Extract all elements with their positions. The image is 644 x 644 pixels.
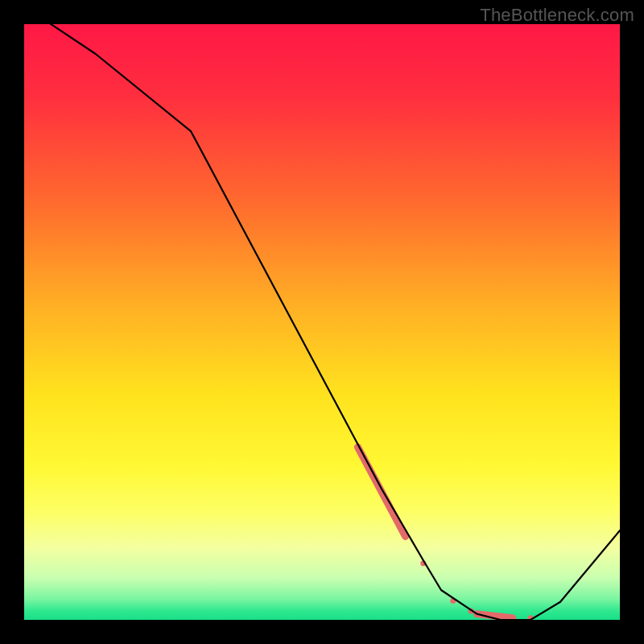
watermark-text: TheBottleneck.com: [480, 5, 634, 26]
chart-svg: [24, 24, 620, 620]
chart-frame: [24, 24, 620, 620]
chart-background: [24, 24, 620, 620]
